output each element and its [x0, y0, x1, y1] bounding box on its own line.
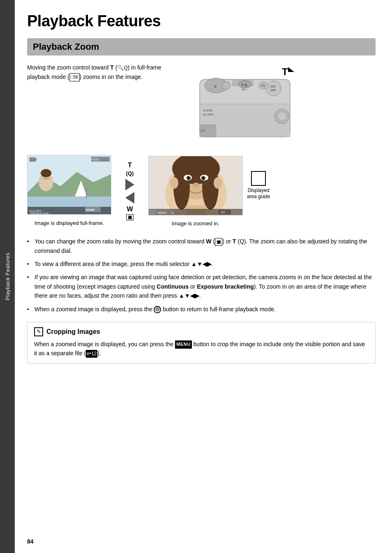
svg-point-31 — [47, 175, 49, 176]
intro-q-symbol: 🔍 — [117, 65, 124, 71]
svg-text:MENU: MENU — [158, 211, 166, 214]
main-content: Playback Features Playback Zoom Moving t… — [15, 0, 392, 553]
svg-point-29 — [41, 169, 51, 177]
diagram-left: 01/2.JPG 15/05/2014 15:30 4/132 NORM — [27, 155, 111, 227]
camera-top-image: T S ON/ OFF Fn — [191, 63, 298, 145]
diagram-right: MENU ✕ Ⓞ0 Displayed area guide Image is … — [148, 156, 271, 227]
camera-svg: T S ON/ OFF Fn — [191, 63, 298, 145]
svg-point-6 — [266, 81, 281, 96]
zoom-t-label: T (Q) — [126, 161, 134, 177]
svg-text:4/132: 4/132 — [92, 158, 99, 161]
displayed-area-text: Displayed area guide — [246, 187, 271, 200]
bullet-3: If you are viewing an image that was cap… — [27, 273, 376, 300]
svg-text:✕: ✕ — [171, 211, 174, 214]
ok-button-ref: Ⓞ — [154, 306, 161, 313]
bullet-list: You can change the zoom ratio by moving … — [27, 237, 376, 314]
intro-text: Moving the zoom control toward T (🔍Q) in… — [27, 63, 183, 81]
svg-point-58 — [214, 177, 222, 189]
page-title: Playback Features — [27, 12, 376, 30]
section-title: Playback Zoom — [33, 42, 99, 52]
svg-text:15/05/2014 15:30: 15/05/2014 15:30 — [30, 212, 49, 215]
area-guide-box — [251, 171, 266, 186]
svg-text:T: T — [282, 66, 288, 77]
diagram-area: 01/2.JPG 15/05/2014 15:30 4/132 NORM — [27, 155, 376, 227]
zoomed-image-wrap: MENU ✕ Ⓞ0 Displayed area guide — [148, 156, 271, 215]
intro-area: Moving the zoom control toward T (🔍Q) in… — [27, 63, 376, 145]
svg-text:Ⓞ0: Ⓞ0 — [221, 211, 225, 214]
svg-point-57 — [170, 177, 178, 189]
edit-icon: ✎ — [34, 327, 43, 336]
intro-page-ref: □36 — [69, 73, 80, 81]
svg-text:Fn: Fn — [261, 84, 265, 88]
cropping-title: Cropping Images — [46, 328, 100, 336]
cropping-section: ✎ Cropping Images When a zoomed image is… — [27, 322, 376, 363]
svg-text:SCENE: SCENE — [203, 109, 213, 112]
page-number: 84 — [27, 538, 34, 545]
intro-t-label: T — [110, 64, 114, 71]
svg-point-30 — [43, 175, 45, 176]
svg-rect-39 — [30, 157, 35, 162]
area-guide-label: Displayed area guide — [246, 171, 271, 200]
svg-point-19 — [278, 112, 286, 120]
cropping-header: ✎ Cropping Images — [34, 327, 369, 336]
svg-text:20: 20 — [201, 129, 205, 133]
page-ref-e12: e•12 — [86, 350, 97, 358]
svg-text:OFF: OFF — [270, 89, 276, 92]
svg-text:S: S — [214, 84, 217, 88]
bullet-1: You can change the zoom ratio by moving … — [27, 237, 376, 255]
svg-text:ON/: ON/ — [270, 85, 276, 88]
svg-rect-61 — [150, 210, 156, 214]
arrow-right — [125, 179, 134, 190]
section-header: Playback Zoom — [27, 38, 376, 56]
cropping-text: When a zoomed image is displayed, you ca… — [34, 340, 369, 358]
fullframe-image: 01/2.JPG 15/05/2014 15:30 4/132 NORM — [27, 155, 111, 215]
svg-text:ALLBAG: ALLBAG — [203, 113, 214, 116]
bullet-2: To view a different area of the image, p… — [27, 259, 376, 268]
menu-button-ref: MENU — [175, 340, 191, 349]
diagram-middle: T (Q) W ▣ — [111, 161, 148, 221]
svg-text:NORM: NORM — [86, 208, 95, 211]
svg-rect-26 — [86, 188, 87, 199]
svg-text:T Q: T Q — [242, 83, 247, 87]
fullframe-caption: Image is displayed full-frame. — [35, 220, 104, 227]
svg-point-55 — [204, 176, 205, 177]
zoom-w-label: W ▣ — [126, 205, 134, 221]
svg-point-14 — [222, 81, 231, 90]
bullet-4: When a zoomed image is displayed, press … — [27, 305, 376, 314]
zoomed-image: MENU ✕ Ⓞ0 — [148, 156, 243, 215]
zoomed-caption: Image is zoomed in. — [148, 220, 243, 227]
sidebar-label: Playback Features — [5, 252, 11, 300]
svg-rect-40 — [35, 158, 37, 161]
arrow-left — [125, 192, 134, 204]
svg-point-56 — [193, 183, 199, 187]
svg-text:W □: W □ — [242, 88, 247, 91]
svg-point-51 — [189, 176, 190, 177]
svg-marker-1 — [288, 67, 294, 72]
sidebar: Playback Features — [0, 0, 15, 553]
